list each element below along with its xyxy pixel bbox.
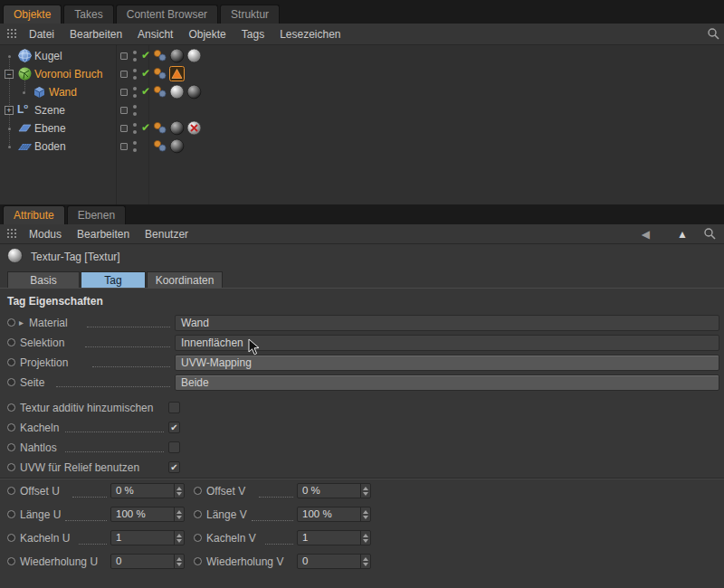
stepper-arrows[interactable] <box>174 484 184 498</box>
stepper-down-icon[interactable] <box>176 516 182 519</box>
tree-row[interactable]: Kugel✔ <box>0 47 724 65</box>
texture-light-tag[interactable] <box>186 48 202 63</box>
checkbox[interactable]: ✔ <box>168 461 180 473</box>
menu-item-benutzer[interactable]: Benutzer <box>145 228 188 241</box>
keyframe-bullet[interactable] <box>7 557 15 565</box>
stepper-up-icon[interactable] <box>363 487 368 490</box>
mode-tab-tag[interactable]: Tag <box>81 271 146 288</box>
enabled-check-icon[interactable]: ✔ <box>141 85 150 98</box>
keyframe-bullet[interactable] <box>7 318 15 327</box>
history-back-icon[interactable]: ◀ <box>642 224 650 243</box>
triangle-selected-tag[interactable] <box>169 66 185 81</box>
visibility-dots[interactable] <box>133 141 137 152</box>
dots-tag[interactable] <box>152 66 167 81</box>
visibility-dots[interactable] <box>133 69 137 80</box>
stepper-down-icon[interactable] <box>363 492 368 496</box>
x-tag[interactable] <box>186 120 202 136</box>
object-name[interactable]: Kugel <box>34 50 62 62</box>
tree-row[interactable]: −Voronoi Bruch✔ <box>0 65 724 83</box>
keyframe-bullet[interactable] <box>7 510 15 518</box>
expand-icon[interactable]: + <box>5 106 14 115</box>
dropdown-field[interactable]: Beide <box>175 375 719 391</box>
object-name[interactable]: Wand <box>49 86 77 99</box>
tab-content-browser[interactable]: Content Browser <box>116 5 218 24</box>
tree-row[interactable]: Ebene✔ <box>0 119 724 138</box>
layer-color-toggle[interactable] <box>120 52 128 60</box>
layer-color-toggle[interactable] <box>120 125 128 132</box>
visibility-dots[interactable] <box>133 105 137 116</box>
tab-struktur[interactable]: Struktur <box>220 5 280 24</box>
number-input[interactable]: 1 <box>297 530 371 545</box>
stepper-down-icon[interactable] <box>363 516 368 519</box>
layer-color-toggle[interactable] <box>120 107 128 114</box>
stepper-up-icon[interactable] <box>363 557 368 561</box>
keyframe-bullet[interactable] <box>7 378 15 386</box>
mode-tab-koordinaten[interactable]: Koordinaten <box>147 271 223 288</box>
stepper-arrows[interactable] <box>174 555 184 568</box>
keyframe-bullet[interactable] <box>7 403 15 412</box>
stepper-arrows[interactable] <box>360 531 370 545</box>
search-icon[interactable] <box>707 24 720 44</box>
texture-dark-tag[interactable] <box>186 84 202 100</box>
dots-tag[interactable] <box>152 48 167 63</box>
enabled-check-icon[interactable]: ✔ <box>141 121 150 134</box>
checkbox[interactable]: ✔ <box>168 422 180 433</box>
layer-color-toggle[interactable] <box>120 143 128 150</box>
stepper-down-icon[interactable] <box>363 563 368 566</box>
number-input[interactable]: 0 <box>297 554 371 569</box>
stepper-up-icon[interactable] <box>176 510 182 514</box>
dots-tag[interactable] <box>152 84 167 100</box>
tab-takes[interactable]: Takes <box>63 5 113 24</box>
stepper-arrows[interactable] <box>174 531 184 545</box>
mode-tab-basis[interactable]: Basis <box>7 271 80 288</box>
dropdown-field[interactable]: UVW-Mapping <box>175 355 719 371</box>
stepper-up-icon[interactable] <box>176 557 182 561</box>
object-name[interactable]: Boden <box>34 140 66 153</box>
up-arrow-icon[interactable]: ▲ <box>677 224 688 243</box>
stepper-down-icon[interactable] <box>363 539 368 543</box>
number-input[interactable]: 0 % <box>110 483 185 498</box>
link-field[interactable]: Wand <box>175 315 719 331</box>
stepper-arrows[interactable] <box>174 507 184 521</box>
keyframe-bullet[interactable] <box>7 338 15 346</box>
dots-tag[interactable] <box>152 120 167 136</box>
tab-ebenen[interactable]: Ebenen <box>67 205 126 224</box>
number-input[interactable]: 0 <box>110 554 185 569</box>
keyframe-bullet[interactable] <box>194 534 202 542</box>
object-name[interactable]: Voronoi Bruch <box>34 68 102 81</box>
stepper-up-icon[interactable] <box>363 534 368 537</box>
tree-row[interactable]: +LoSzene <box>0 101 724 119</box>
keyframe-bullet[interactable] <box>7 423 15 432</box>
menu-item-ansicht[interactable]: Ansicht <box>138 28 173 41</box>
tree-row[interactable]: Wand✔ <box>0 83 724 101</box>
disclosure-arrow-icon[interactable]: ▸ <box>19 318 24 327</box>
keyframe-bullet[interactable] <box>7 487 15 495</box>
menu-item-bearbeiten[interactable]: Bearbeiten <box>70 28 122 41</box>
texture-dark-tag[interactable] <box>169 138 185 154</box>
visibility-dots[interactable] <box>133 87 137 98</box>
checkbox[interactable] <box>168 402 180 413</box>
visibility-dots[interactable] <box>133 51 137 62</box>
stepper-down-icon[interactable] <box>176 492 182 496</box>
keyframe-bullet[interactable] <box>194 487 202 495</box>
menu-item-datei[interactable]: Datei <box>29 28 54 41</box>
dots-tag[interactable] <box>152 138 167 154</box>
number-input[interactable]: 100 % <box>110 507 185 522</box>
checkbox[interactable] <box>168 441 180 453</box>
menu-item-tags[interactable]: Tags <box>242 28 264 41</box>
stepper-arrows[interactable] <box>360 555 370 568</box>
search-icon[interactable] <box>703 224 717 243</box>
stepper-up-icon[interactable] <box>176 487 182 490</box>
stepper-up-icon[interactable] <box>363 510 368 514</box>
enabled-check-icon[interactable]: ✔ <box>141 67 150 80</box>
layer-color-toggle[interactable] <box>120 89 128 96</box>
object-name[interactable]: Ebene <box>34 122 66 135</box>
object-name[interactable]: Szene <box>34 104 65 117</box>
keyframe-bullet[interactable] <box>194 557 202 565</box>
panel-grip-icon[interactable] <box>7 229 18 240</box>
stepper-down-icon[interactable] <box>176 539 182 543</box>
tab-attribute[interactable]: Attribute <box>3 205 65 224</box>
menu-item-lesezeichen[interactable]: Lesezeichen <box>280 28 340 41</box>
keyframe-bullet[interactable] <box>7 358 15 366</box>
visibility-dots[interactable] <box>133 123 137 134</box>
